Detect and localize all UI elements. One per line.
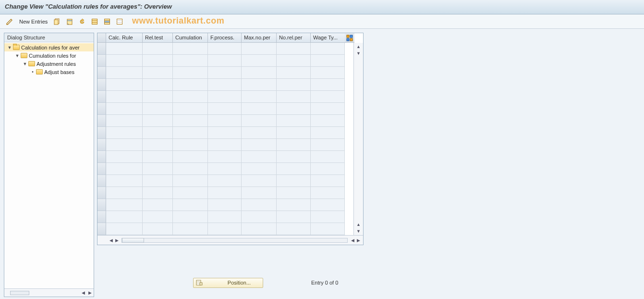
row-selector[interactable] [97, 91, 106, 103]
table-settings-icon[interactable] [345, 33, 354, 43]
tree-node-adjustment-rules[interactable]: ▼ Adjustment rules [4, 60, 94, 68]
row-selector[interactable] [97, 223, 106, 235]
table-header-row: Calc. Rule Rel.test Cumulation F.process… [97, 33, 363, 43]
scroll-right-icon[interactable]: ▶ [114, 237, 120, 243]
row-selector[interactable] [97, 139, 106, 151]
row-selector[interactable] [97, 211, 106, 223]
row-selector[interactable] [97, 115, 106, 127]
scrollbar-track[interactable] [122, 238, 348, 243]
scrollbar-thumb[interactable] [10, 291, 29, 295]
table-row[interactable] [106, 163, 353, 175]
column-header-no-rel-per[interactable]: No.rel.per [277, 33, 311, 43]
row-selector[interactable] [97, 199, 106, 211]
table-row[interactable] [106, 175, 353, 187]
table-row[interactable] [106, 91, 353, 103]
row-selector[interactable] [97, 103, 106, 115]
column-header-rel-test[interactable]: Rel.test [143, 33, 173, 43]
scroll-left-icon[interactable]: ◀ [350, 237, 355, 243]
position-button[interactable]: Position... [193, 278, 263, 288]
table-row[interactable] [106, 55, 353, 67]
deselect-all-icon[interactable] [115, 17, 124, 26]
table-row[interactable] [106, 187, 353, 199]
app-toolbar: New Entries www.tutorialkart.com [0, 14, 644, 29]
dialog-structure-header: Dialog Structure [4, 33, 94, 42]
table-row[interactable] [106, 79, 353, 91]
select-block-icon[interactable] [102, 17, 112, 26]
undo-change-icon[interactable] [77, 17, 87, 26]
dialog-structure-tree: ▼ Calculation rules for aver ▼ Cumulatio… [4, 42, 94, 288]
tree-node-label: Adjust bases [44, 69, 74, 75]
leaf-bullet-icon: • [30, 69, 35, 75]
scroll-right-icon[interactable]: ▶ [87, 290, 93, 296]
table-footer: Position... Entry 0 of 0 [97, 275, 640, 290]
folder-icon [28, 61, 35, 66]
watermark-text: www.tutorialkart.com [132, 16, 224, 26]
table-row[interactable] [106, 199, 353, 211]
svg-rect-1 [54, 20, 58, 25]
folder-icon [21, 53, 27, 58]
scroll-up-icon[interactable]: ▲ [356, 44, 362, 50]
column-header-max-no-per[interactable]: Max.no.per [242, 33, 277, 43]
folder-open-icon [13, 45, 20, 50]
table-grid [106, 43, 353, 235]
tree-node-adjust-bases[interactable]: • Adjust bases [4, 68, 94, 76]
scroll-up-icon[interactable]: ▲ [356, 222, 362, 227]
row-selector-column [97, 43, 106, 235]
table-row[interactable] [106, 115, 353, 127]
table-horizontal-scrollbar[interactable]: ◀ ▶ ◀ ▶ [97, 235, 363, 245]
folder-icon [36, 69, 43, 75]
select-all-icon[interactable] [90, 17, 99, 26]
column-header-f-process[interactable]: F.process. [208, 33, 242, 43]
content-pane: Calc. Rule Rel.test Cumulation F.process… [97, 33, 640, 297]
svg-rect-10 [350, 38, 352, 41]
toggle-change-icon[interactable] [5, 17, 14, 26]
svg-rect-12 [200, 283, 202, 285]
scrollbar-thumb[interactable] [122, 238, 144, 243]
position-icon [195, 279, 203, 287]
select-all-rows-handle[interactable] [97, 33, 106, 43]
expand-toggle-icon[interactable]: ▼ [7, 45, 12, 50]
row-selector[interactable] [97, 163, 106, 175]
row-selector[interactable] [97, 67, 106, 79]
row-selector[interactable] [97, 151, 106, 163]
expand-toggle-icon[interactable]: ▼ [23, 62, 27, 66]
svg-rect-5 [105, 21, 110, 23]
row-selector[interactable] [97, 43, 106, 55]
scroll-down-icon[interactable]: ▼ [356, 228, 362, 234]
tree-node-cumulation-rules[interactable]: ▼ Cumulation rules for [4, 51, 94, 60]
row-selector[interactable] [97, 175, 106, 187]
expand-toggle-icon[interactable]: ▼ [15, 53, 20, 58]
entry-count-text: Entry 0 of 0 [311, 280, 338, 286]
column-header-calc-rule[interactable]: Calc. Rule [106, 33, 143, 43]
scroll-right-icon[interactable]: ▶ [355, 237, 361, 243]
copy-as-icon[interactable] [52, 17, 62, 26]
table-body: ▲ ▼ ▲ ▼ [97, 43, 363, 235]
table-row[interactable] [106, 127, 353, 139]
table-row[interactable] [106, 211, 353, 223]
dialog-structure-panel: Dialog Structure ▼ Calculation rules for… [4, 33, 94, 297]
table-row[interactable] [106, 139, 353, 151]
table-row[interactable] [106, 151, 353, 163]
row-selector[interactable] [97, 187, 106, 199]
row-selector[interactable] [97, 127, 106, 139]
row-selector[interactable] [97, 55, 106, 67]
delete-icon[interactable] [65, 17, 74, 26]
column-header-wage-type[interactable]: Wage Ty... [311, 33, 345, 43]
sidebar-horizontal-scrollbar[interactable]: ◀ ▶ [4, 288, 94, 297]
scroll-left-icon[interactable]: ◀ [80, 290, 86, 296]
table-vertical-scrollbar[interactable]: ▲ ▼ ▲ ▼ [353, 43, 363, 235]
main-area: Dialog Structure ▼ Calculation rules for… [0, 29, 644, 299]
window-title: Change View "Calculation rules for avera… [0, 0, 644, 14]
table-row[interactable] [106, 223, 353, 235]
svg-rect-3 [92, 19, 97, 24]
tree-node-calculation-rules[interactable]: ▼ Calculation rules for aver [4, 43, 94, 51]
column-header-cumulation[interactable]: Cumulation [173, 33, 208, 43]
scroll-down-icon[interactable]: ▼ [356, 50, 362, 56]
table-row[interactable] [106, 67, 353, 79]
table-row[interactable] [106, 43, 353, 55]
row-selector[interactable] [97, 79, 106, 91]
new-entries-button[interactable]: New Entries [17, 18, 49, 25]
scroll-left-icon[interactable]: ◀ [108, 237, 114, 243]
table-row[interactable] [106, 103, 353, 115]
svg-rect-9 [347, 38, 349, 41]
